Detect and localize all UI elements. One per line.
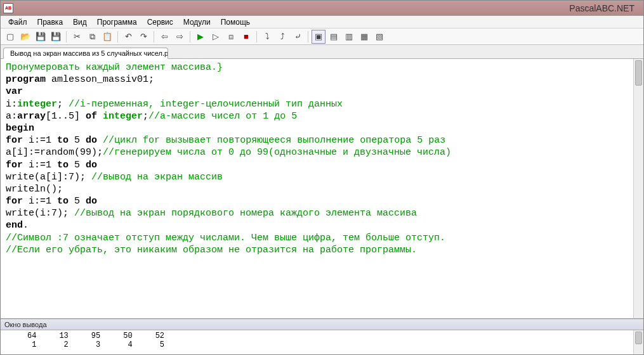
code-text: write(i:7);	[6, 208, 74, 219]
step-over-icon[interactable]: ⤴	[275, 30, 289, 44]
code-kw: do	[86, 135, 97, 146]
code-kw: begin	[6, 123, 34, 134]
code-kw: for	[6, 196, 23, 207]
separator-icon	[308, 31, 308, 42]
scroll-thumb[interactable]	[635, 60, 642, 86]
code-kw: program	[6, 74, 46, 85]
code-kw: of	[86, 111, 97, 122]
separator-icon	[256, 31, 257, 42]
step-out-icon[interactable]: ⤶	[291, 30, 305, 44]
toolbar: ▢ 📂 💾 💾 ✂ ⧉ 📋 ↶ ↷ ⇦ ⇨ ▶ ▷ ⧈ ■ ⤵ ⤴ ⤶ ▣ ▤ …	[1, 29, 643, 45]
code-comment: //цикл for вызывает повторяющееся выполн…	[103, 135, 445, 146]
titlebar: AB PascalABC.NET	[1, 1, 643, 16]
save-icon[interactable]: 💾	[34, 30, 48, 44]
code-text	[97, 111, 103, 122]
code-text: 5	[69, 135, 86, 146]
form4-icon[interactable]: ▧	[372, 30, 386, 44]
compile-icon[interactable]: ⧈	[224, 30, 238, 44]
menu-modules[interactable]: Модули	[178, 16, 216, 28]
code-text: ;	[143, 111, 148, 122]
separator-icon	[117, 31, 118, 42]
code-comment: //a-массив чисел от 1 до 5	[148, 111, 297, 122]
menu-file[interactable]: Файл	[3, 16, 32, 28]
editor-scrollbar[interactable]	[633, 59, 643, 318]
window-icon[interactable]: ▣	[312, 30, 325, 44]
code-editor[interactable]: Пронумеровать каждый элемент массива.} p…	[1, 59, 643, 319]
code-text: ;	[57, 99, 69, 110]
code-type: integer	[17, 99, 57, 110]
code-comment: //Символ :7 означает отступ между числам…	[6, 233, 445, 243]
app-name: PascalABC.NET	[569, 3, 641, 13]
code-text	[97, 135, 103, 146]
output-panel[interactable]: 64 13 95 50 52 1 2 3 4 5	[1, 330, 643, 354]
menubar: Файл Правка Вид Программа Сервис Модули …	[1, 16, 643, 29]
new-file-icon[interactable]: ▢	[3, 30, 17, 44]
code-text: a[i]:=random(99);	[6, 147, 103, 158]
code-comment: //i-переменная, integer-целочисленный ти…	[69, 99, 343, 110]
tabbar: Вывод на экран массива из 5 случайных чи…	[1, 45, 643, 59]
code-comment: //Если его убрать, это никаким образом н…	[6, 245, 417, 255]
code-kw: for	[6, 135, 23, 146]
code-kw: array	[17, 111, 46, 122]
scroll-thumb[interactable]	[635, 332, 642, 344]
run-noinput-icon[interactable]: ▷	[209, 30, 223, 44]
app-icon: AB	[3, 3, 13, 13]
form3-icon[interactable]: ▦	[357, 30, 371, 44]
output-line: 1 2 3 4 5	[4, 340, 164, 349]
open-file-icon[interactable]: 📂	[18, 30, 32, 44]
code-kw: do	[86, 160, 97, 171]
menu-program[interactable]: Программа	[92, 16, 142, 28]
code-kw: to	[57, 135, 69, 146]
code-text: .	[23, 220, 29, 231]
copy-icon[interactable]: ⧉	[85, 30, 99, 44]
code-comment: //генерируем числа от 0 до 99(однозначны…	[103, 147, 451, 158]
tab-active[interactable]: Вывод на экран массива из 5 случайных чи…	[3, 48, 168, 59]
cut-icon[interactable]: ✂	[70, 30, 84, 44]
separator-icon	[190, 31, 190, 42]
separator-icon	[66, 31, 67, 42]
step-into-icon[interactable]: ⤵	[260, 30, 274, 44]
code-text: 5	[69, 196, 86, 207]
output-scrollbar[interactable]	[633, 330, 643, 354]
code-kw: to	[57, 160, 69, 171]
code-text: write(a[i]:7);	[6, 172, 91, 183]
code-comment: //вывод на экран массив	[91, 172, 223, 183]
code-text: a:	[6, 111, 17, 122]
code-line: Пронумеровать каждый элемент массива.}	[6, 62, 223, 73]
form-icon[interactable]: ▤	[327, 30, 341, 44]
stop-icon[interactable]: ■	[239, 30, 253, 44]
code-text: i:	[6, 99, 17, 110]
code-kw: for	[6, 160, 23, 171]
code-kw: do	[86, 196, 97, 207]
code-text: [1..5]	[46, 111, 86, 122]
code-type: integer	[103, 111, 143, 122]
run-icon[interactable]: ▶	[194, 30, 207, 44]
code-text: i:=1	[23, 135, 57, 146]
code-comment: //вывод на экран порядкового номера кажд…	[74, 208, 417, 219]
undo-icon[interactable]: ↶	[121, 30, 135, 44]
menu-edit[interactable]: Правка	[32, 16, 69, 28]
output-line: 64 13 95 50 52	[4, 332, 164, 340]
output-panel-title: Окно вывода	[1, 319, 643, 330]
code-text: i:=1	[23, 160, 57, 171]
paste-icon[interactable]: 📋	[100, 30, 114, 44]
form2-icon[interactable]: ▥	[342, 30, 356, 44]
save-all-icon[interactable]: 💾	[49, 30, 63, 44]
code-text: 5	[69, 160, 86, 171]
separator-icon	[154, 31, 154, 42]
nav-back-icon[interactable]: ⇦	[157, 30, 171, 44]
menu-help[interactable]: Помощь	[216, 16, 255, 28]
code-content[interactable]: Пронумеровать каждый элемент массива.} p…	[1, 59, 643, 259]
nav-fwd-icon[interactable]: ⇨	[173, 30, 187, 44]
code-text: writeln();	[6, 184, 63, 195]
code-kw: end	[6, 220, 23, 231]
code-text: i:=1	[23, 196, 57, 207]
menu-view[interactable]: Вид	[68, 16, 92, 28]
code-kw: var	[6, 86, 23, 97]
menu-service[interactable]: Сервис	[142, 16, 178, 28]
code-text: amlesson_massiv01;	[46, 74, 154, 85]
code-kw: to	[57, 196, 69, 207]
redo-icon[interactable]: ↷	[136, 30, 150, 44]
